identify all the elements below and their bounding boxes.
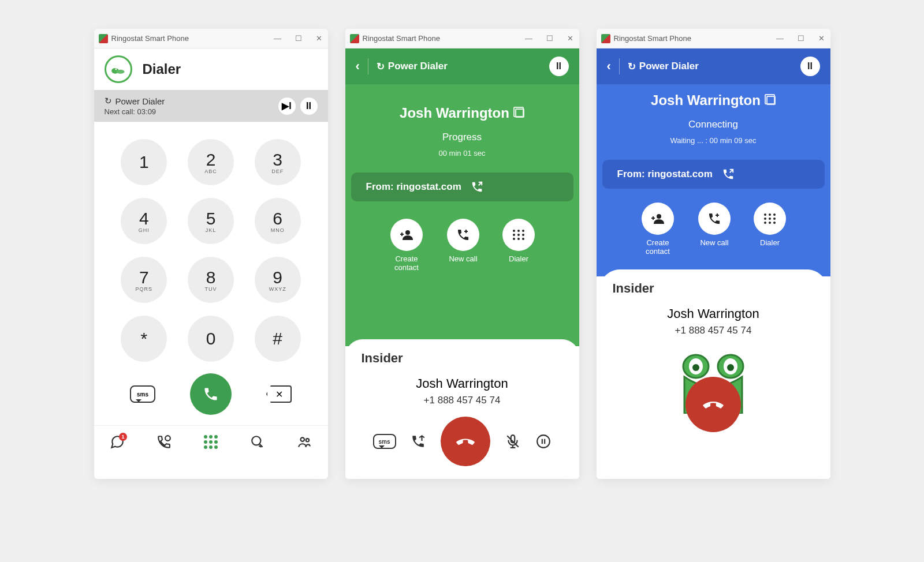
maximize-button[interactable]: ☐ (295, 34, 303, 43)
key-4[interactable]: 4GHI (121, 198, 167, 244)
nav-callback-icon[interactable] (249, 434, 266, 450)
svg-point-7 (405, 230, 410, 235)
key-7[interactable]: 7PQRS (121, 257, 167, 303)
pause-button[interactable]: II (800, 57, 820, 76)
from-label: From: ringostat.com (617, 168, 713, 180)
create-contact-button[interactable] (642, 203, 674, 235)
insider-label: Insider (362, 351, 563, 366)
avatar-icon (105, 55, 132, 83)
status-label: Progress (351, 132, 573, 143)
insider-panel: Insider Josh Warrington +1 888 457 45 74… (345, 339, 579, 479)
call-progress-window: Ringostat Smart Phone — ☐ ✕ ‹ ↻Power Dia… (345, 29, 579, 479)
app-logo-icon (601, 34, 610, 43)
outgoing-call-icon (722, 168, 735, 181)
close-button[interactable]: ✕ (315, 34, 323, 43)
refresh-icon: ↻ (377, 61, 385, 73)
hangup-button[interactable] (685, 377, 741, 432)
svg-point-8 (537, 435, 550, 448)
hold-icon[interactable] (535, 433, 552, 449)
back-button[interactable]: ‹ (607, 59, 611, 74)
back-button[interactable]: ‹ (356, 59, 360, 74)
outgoing-call-icon (471, 181, 483, 193)
transfer-call-icon[interactable] (410, 433, 426, 449)
frog-illustration (613, 344, 814, 414)
nav-contacts-icon[interactable] (296, 434, 312, 450)
dialer-label: Dialer (509, 254, 528, 263)
call-row: sms ✕ (94, 368, 328, 425)
key-1[interactable]: 1 (121, 139, 167, 185)
page-title: Dialer (143, 61, 181, 77)
key-5[interactable]: 5JKL (188, 198, 234, 244)
pd-label: Power Dialer (116, 96, 165, 106)
sms-button[interactable]: sms (373, 434, 396, 449)
svg-point-6 (306, 439, 309, 441)
minimize-button[interactable]: — (274, 34, 282, 43)
refresh-icon: ↻ (628, 61, 636, 73)
contact-name: Josh Warrington (651, 92, 761, 108)
create-contact-label: Create contact (640, 238, 675, 256)
svg-point-3 (165, 436, 170, 441)
dialer-header: Dialer (94, 48, 328, 90)
copy-icon[interactable] (515, 108, 524, 118)
dialer-button[interactable] (502, 219, 535, 251)
pause-button[interactable]: II (549, 57, 569, 76)
key-#[interactable]: # (255, 316, 301, 362)
minimize-button[interactable]: — (525, 34, 533, 43)
key-2[interactable]: 2ABC (188, 139, 234, 185)
window-controls: — ☐ ✕ (274, 34, 323, 43)
close-button[interactable]: ✕ (567, 34, 575, 43)
key-8[interactable]: 8TUV (188, 257, 234, 303)
contact-name-bottom: Josh Warrington (362, 376, 563, 391)
close-button[interactable]: ✕ (818, 34, 826, 43)
contact-phone: +1 888 457 45 74 (613, 325, 814, 336)
call-timer: Waiting ... : 00 min 09 sec (602, 136, 825, 145)
insider-panel: Insider Josh Warrington +1 888 457 45 74 (597, 269, 830, 479)
insider-label: Insider (613, 281, 814, 296)
svg-point-14 (692, 364, 699, 371)
skip-button[interactable]: ▶I (278, 98, 296, 115)
titlebar: Ringostat Smart Phone — ☐ ✕ (597, 29, 830, 48)
window-title: Ringostat Smart Phone (363, 34, 440, 43)
pd-label: Power Dialer (639, 61, 699, 72)
nav-dialer-icon[interactable] (203, 434, 219, 450)
maximize-button[interactable]: ☐ (546, 34, 554, 43)
backspace-button[interactable]: ✕ (266, 385, 292, 403)
key-9[interactable]: 9WXYZ (255, 257, 301, 303)
dialer-window: Ringostat Smart Phone — ☐ ✕ Dialer ↻Powe… (94, 29, 328, 479)
new-call-button[interactable] (698, 203, 731, 235)
contact-name: Josh Warrington (400, 105, 509, 121)
app-logo-icon (350, 34, 359, 43)
new-call-label: New call (449, 254, 477, 263)
pause-button[interactable]: II (300, 98, 318, 115)
call-info-panel: ‹ ↻Power Dialer II Josh Warrington Conne… (597, 48, 830, 276)
svg-point-1 (116, 70, 124, 74)
hangup-button[interactable] (441, 417, 490, 466)
app-logo-icon (99, 34, 108, 43)
new-call-label: New call (700, 238, 728, 247)
key-*[interactable]: * (121, 316, 167, 362)
divider (619, 58, 620, 74)
mute-icon[interactable] (505, 433, 521, 449)
sms-button[interactable]: sms (130, 385, 155, 403)
key-3[interactable]: 3DEF (255, 139, 301, 185)
dialer-button[interactable] (754, 203, 786, 235)
create-contact-label: Create contact (389, 254, 424, 272)
new-call-button[interactable] (447, 219, 479, 251)
copy-icon[interactable] (766, 96, 776, 105)
bottom-nav: 1 (94, 425, 328, 458)
contact-name-bottom: Josh Warrington (613, 306, 814, 321)
from-pill: From: ringostat.com (602, 160, 825, 189)
key-0[interactable]: 0 (188, 316, 234, 362)
call-button[interactable] (190, 373, 232, 415)
create-contact-button[interactable] (390, 219, 423, 251)
nav-chat-icon[interactable]: 1 (109, 434, 125, 450)
svg-point-5 (301, 437, 305, 441)
titlebar: Ringostat Smart Phone — ☐ ✕ (345, 29, 579, 48)
divider (368, 58, 368, 74)
minimize-button[interactable]: — (776, 34, 784, 43)
nav-history-icon[interactable] (156, 434, 172, 450)
next-call-label: Next call: 03:09 (105, 107, 165, 116)
maximize-button[interactable]: ☐ (797, 34, 805, 43)
key-6[interactable]: 6MNO (255, 198, 301, 244)
power-dialer-bar: ↻Power Dialer Next call: 03:09 ▶I II (94, 90, 328, 122)
